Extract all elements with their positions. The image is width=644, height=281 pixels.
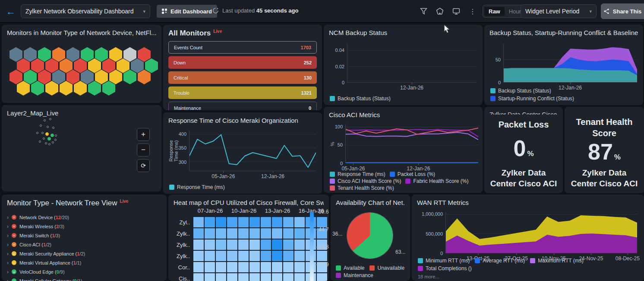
more-options-icon[interactable]: ⋮: [468, 6, 477, 16]
heatmap-cell: [216, 251, 226, 261]
share-this-button[interactable]: Share This: [601, 3, 644, 19]
legend-item[interactable]: Maintenance: [336, 272, 373, 278]
tree-item-meraki-virtual-appliance[interactable]: ›▴Meraki Virtual Appliance (1/1): [7, 258, 163, 267]
tree-item-label: Network Device (12/20): [19, 215, 69, 220]
widget-level-period-dropdown[interactable]: Widget Level Period ▾: [521, 4, 597, 18]
availability-pie-chart[interactable]: [347, 213, 393, 259]
legend-item[interactable]: Unavailable: [369, 265, 404, 271]
heatmap-cell: [205, 228, 215, 239]
legend-item[interactable]: Average RTT (ms): [475, 258, 525, 264]
heatmap-cell: [249, 251, 260, 261]
tree-item-meraki-cellular-gateway[interactable]: ›▴Meraki Cellular Gateway (0/1): [7, 276, 163, 281]
last-updated: Last updated 45 seconds ago: [212, 7, 298, 14]
edit-dashboard-button[interactable]: + Edit Dashboard: [157, 5, 217, 18]
refresh-icon[interactable]: [212, 7, 219, 14]
tree-item-label: Meraki Virtual Appliance (1/1): [19, 260, 82, 265]
legend-item[interactable]: Packet Loss (%): [390, 171, 435, 177]
tree-item-label: VeloCloud Edge (0/9): [19, 269, 65, 275]
hexagon-monitor[interactable]: [45, 81, 58, 96]
heatmap-cell: [193, 239, 204, 250]
reset-view-button[interactable]: ⟳: [137, 159, 150, 172]
chevron-right-icon[interactable]: ›: [7, 242, 9, 248]
heatmap-grid: [193, 217, 327, 281]
status-bar-critical[interactable]: Critical130: [168, 71, 317, 84]
widget-response-time: Response Time of Cisco Meraki Organizati…: [163, 112, 322, 194]
hexagon-monitor[interactable]: [74, 81, 87, 96]
aci-chart: % 050100 05-Jan-2612-Jan-26: [330, 124, 478, 163]
legend-item[interactable]: Maximum RTT (ms): [530, 258, 584, 264]
legend-item[interactable]: Backup Status (Status): [490, 88, 551, 94]
chevron-right-icon[interactable]: ›: [7, 269, 9, 275]
zoom-out-button[interactable]: −: [137, 144, 150, 156]
legend-item[interactable]: Cisco ACI Health Score (%): [330, 178, 401, 184]
legend-item[interactable]: Backup Status (Status): [330, 96, 391, 102]
tree-item-velocloud-edge[interactable]: ›▴VeloCloud Edge (0/9): [7, 267, 163, 276]
zoom-in-button[interactable]: +: [137, 128, 150, 141]
status-dot-icon: ▴: [12, 251, 16, 256]
legend-item[interactable]: Fabric Health Score (%): [405, 178, 468, 184]
hexagon-monitor[interactable]: [88, 81, 101, 96]
filter-icon[interactable]: [419, 6, 428, 16]
map-node: [47, 126, 49, 128]
hexagon-monitor[interactable]: [31, 81, 44, 96]
chevron-right-icon[interactable]: ›: [7, 214, 9, 220]
status-bar-trouble[interactable]: Trouble1321: [168, 86, 317, 99]
tree-item-meraki-switch[interactable]: ›▾Meraki Switch (1/3): [7, 231, 163, 240]
toggle-raw[interactable]: Raw: [484, 7, 505, 16]
legend-label: Total Completions (): [426, 265, 472, 271]
heatmap-cell: [216, 262, 226, 272]
legend-swatch: [369, 265, 375, 271]
map-node: [44, 119, 46, 121]
widget-layer2-map: Layer2_Map_Live + − ⟳: [2, 105, 161, 192]
legend-label: Maximum RTT (ms): [538, 258, 584, 264]
legend-swatch: [330, 172, 335, 177]
hexagon-monitor[interactable]: [102, 81, 115, 96]
chevron-right-icon[interactable]: ›: [7, 233, 9, 239]
legend-item[interactable]: Tenant Health Score (%): [330, 185, 394, 191]
legend-label: Backup Status (Status): [498, 88, 551, 94]
chevron-right-icon[interactable]: ›: [7, 260, 9, 266]
legend-item[interactable]: Startup-Running Conflict (Status): [490, 96, 574, 102]
hexagon-monitor[interactable]: [17, 81, 30, 96]
back-icon[interactable]: ←: [6, 6, 16, 17]
tree-item-cisco-aci[interactable]: ›▾Cisco ACI (1/2): [7, 240, 163, 249]
tree-item-meraki-security-appliance[interactable]: ›▴Meraki Security Appliance (1/2): [7, 249, 163, 258]
legend-label: Tenant Health Score (%): [338, 185, 394, 191]
heatmap-cell: [272, 262, 282, 272]
legend-item[interactable]: Response Time (ms): [330, 171, 385, 177]
legend-label: Cisco ACI Health Score (%): [338, 178, 401, 184]
status-bar-events-count[interactable]: Events Count1703: [168, 41, 317, 54]
legend-item[interactable]: Response Time (ms): [169, 184, 225, 190]
chevron-right-icon[interactable]: ›: [7, 251, 9, 257]
heatmap-cell: [205, 239, 215, 250]
heatmap-cell: [283, 273, 294, 281]
more-series-link[interactable]: 18 more...: [418, 274, 439, 279]
noc-view-icon[interactable]: [435, 6, 445, 16]
card-value: 0%: [513, 136, 534, 160]
status-bar-list: Events Count1703Down252Critical130Troubl…: [168, 41, 317, 110]
heatmap-scale-label: 59.68 %: [319, 209, 329, 215]
chevron-right-icon[interactable]: ›: [7, 278, 9, 281]
heatmap-cell: [249, 239, 260, 250]
widget-title: All MonitorsLive: [168, 29, 317, 38]
display-icon[interactable]: [451, 6, 461, 16]
legend-item[interactable]: Total Completions (): [418, 265, 472, 271]
live-badge: Live: [213, 29, 222, 34]
legend-item[interactable]: Available: [336, 265, 364, 271]
tree-item-total: /1): [76, 260, 82, 265]
widget-title: Cisco ACI Metrics: [329, 111, 477, 118]
chart-legend: Response Time (ms)Packet Loss (%)Cisco A…: [330, 171, 479, 191]
y-axis-tick: 0.02: [335, 64, 344, 69]
tree-item-network-device[interactable]: ›▾Network Device (12/20): [7, 213, 163, 222]
dashboard-selector[interactable]: Zylker Network Observability Dashboard ▾: [21, 4, 150, 18]
chevron-right-icon[interactable]: ›: [7, 224, 9, 230]
legend-swatch: [336, 265, 341, 271]
status-bar-down[interactable]: Down252: [168, 56, 317, 69]
heatmap-cell: [261, 251, 271, 261]
x-axis-tick: 05-Jan-26: [341, 166, 365, 172]
legend-item[interactable]: Minimum RTT (ms): [418, 258, 470, 264]
hexagon-monitor[interactable]: [60, 81, 73, 96]
legend-swatch: [330, 96, 335, 101]
status-bar-maintenance[interactable]: Maintenance0: [168, 102, 317, 110]
tree-item-meraki-wireless[interactable]: ›▾Meraki Wireless (2/3): [7, 222, 163, 231]
